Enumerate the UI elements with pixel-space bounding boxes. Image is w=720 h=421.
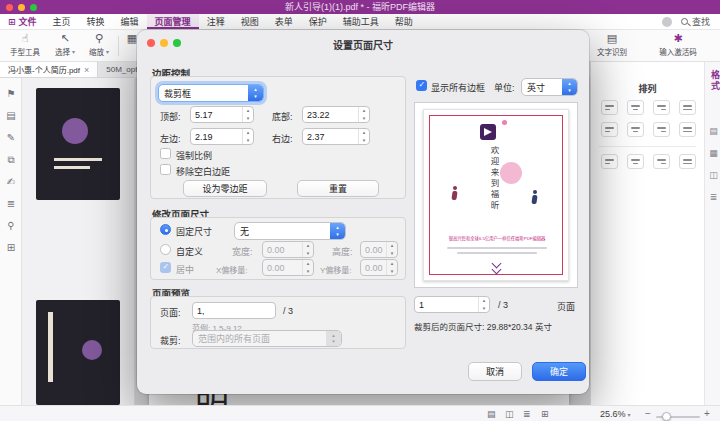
select-tool-button[interactable]: ↖ 选择▾ (50, 32, 80, 57)
zoom-tool-button[interactable]: ⚲ 缩放▾ (84, 32, 114, 57)
menu-view[interactable]: 视图 (233, 14, 267, 29)
page-thumbnail-1[interactable] (36, 88, 120, 200)
ok-button[interactable]: 确定 (532, 362, 586, 381)
chevron-down-icon: ▾ (72, 48, 75, 55)
select-tool-label: 选择 (55, 46, 70, 57)
width-value: 0.00 (267, 245, 285, 255)
menu-convert[interactable]: 转换 (79, 14, 113, 29)
page-range-input[interactable]: 1, (192, 302, 276, 319)
document-tab-label: 冯小惠-个人简历.pdf (8, 64, 80, 75)
format-panel-tab[interactable]: 格式 (709, 70, 720, 92)
thumbnails-panel (22, 78, 135, 405)
bottom-margin-label: 底部: (272, 110, 293, 123)
height-label: 高度: (332, 245, 353, 258)
custom-size-radio[interactable] (160, 244, 171, 255)
align-top-button[interactable] (601, 122, 618, 137)
menu-edit[interactable]: 编辑 (113, 14, 147, 29)
menu-protect[interactable]: 保护 (301, 14, 335, 29)
menu-page-management[interactable]: 页面管理 (147, 14, 199, 29)
zoom-in-button[interactable]: + (704, 408, 710, 419)
center-label: 居中 (176, 263, 194, 276)
stepper-arrows-icon (302, 242, 313, 257)
page-thumbnail-2[interactable] (36, 300, 120, 405)
remove-white-margins-label: 移除空白边距 (176, 165, 230, 178)
menu-file[interactable]: ⊞ 文件 (0, 14, 45, 29)
zoom-slider-knob[interactable] (662, 412, 671, 421)
align-right-button[interactable] (653, 100, 670, 115)
unit-dropdown[interactable]: 英寸 (521, 78, 578, 96)
menu-home[interactable]: 主页 (45, 14, 79, 29)
stepper-arrows-icon[interactable] (242, 129, 253, 144)
distribute-button[interactable] (679, 122, 696, 137)
zoom-out-button[interactable]: − (645, 408, 651, 419)
size-match-button[interactable] (653, 154, 670, 169)
activation-code-button[interactable]: ✱ 输入激活码 (644, 32, 712, 57)
zoom-tool-label: 缩放 (89, 46, 104, 57)
preview-tagline-text: 很高兴您和全球6.5亿用户一样信任福昕PDF编辑器 (447, 235, 548, 241)
unit-value: 英寸 (527, 81, 545, 94)
menu-accessibility[interactable]: 辅助工具 (335, 14, 387, 29)
menu-comment[interactable]: 注释 (199, 14, 233, 29)
grid-view-icon[interactable]: ⊞ (541, 409, 549, 419)
align-center-button[interactable] (627, 100, 644, 115)
constrain-proportions-checkbox[interactable] (160, 148, 171, 159)
distribute-v-button[interactable] (627, 154, 644, 169)
search-label: 查找 (692, 15, 710, 28)
signatures-panel-icon[interactable]: ✍ (0, 176, 22, 187)
stepper-arrows-icon[interactable] (358, 107, 369, 122)
remove-white-margins-checkbox[interactable] (160, 164, 171, 175)
align-justify-button[interactable] (679, 100, 696, 115)
fixed-size-dropdown[interactable]: 无 (234, 222, 346, 240)
align-middle-button[interactable] (627, 122, 644, 137)
person-illustration (450, 186, 459, 201)
stepper-arrows-icon[interactable] (478, 297, 489, 312)
distribute-h-button[interactable] (601, 154, 618, 169)
thumbnails-panel-icon[interactable]: ▤ (0, 110, 22, 121)
account-avatar[interactable] (662, 17, 672, 27)
right-margin-input[interactable]: 2.37 (302, 128, 370, 145)
stepper-arrows-icon[interactable] (242, 107, 253, 122)
zoom-level-button[interactable]: 25.6% ▾ (600, 409, 631, 419)
attachments-panel-icon[interactable]: ⧉ (0, 154, 22, 166)
panel-tab-icon-2[interactable]: ▦ (705, 148, 720, 158)
fixed-size-radio[interactable] (160, 224, 171, 235)
ocr-button[interactable]: ▤ 文字识别 (588, 32, 636, 57)
file-menu-label: 文件 (19, 15, 37, 28)
document-tab-resume[interactable]: 冯小惠-个人简历.pdf × (0, 62, 98, 77)
show-borders-checkbox[interactable] (416, 80, 427, 91)
panel-tab-icon-4[interactable]: ≣ (705, 192, 720, 202)
left-margin-input[interactable]: 2.19 (190, 128, 254, 145)
menu-form[interactable]: 表单 (267, 14, 301, 29)
panel-tab-icon-3[interactable]: ◫ (705, 170, 720, 180)
stepper-arrows-icon[interactable] (358, 129, 369, 144)
panel-tab-icon-1[interactable]: ▤ (705, 126, 720, 136)
rotate-button[interactable] (679, 154, 696, 169)
preview-page-input[interactable]: 1 (414, 296, 490, 313)
bottom-margin-input[interactable]: 23.22 (302, 106, 370, 123)
search-panel-icon[interactable]: ⚲ (0, 220, 22, 231)
file-menu-icon: ⊞ (8, 17, 16, 27)
single-page-view-icon[interactable]: ▤ (487, 409, 496, 419)
align-bottom-button[interactable] (653, 122, 670, 137)
reset-button[interactable]: 重置 (297, 180, 379, 197)
page-preview[interactable]: 欢迎来到福昕 很高兴您和全球6.5亿用户一样信任福昕PDF编辑器 (423, 109, 569, 281)
layers-panel-icon[interactable]: ≣ (0, 198, 22, 209)
annotations-panel-icon[interactable]: ✎ (0, 132, 22, 143)
activation-icon: ✱ (673, 32, 682, 44)
search-button[interactable]: 查找 (681, 15, 710, 28)
hand-tool-button[interactable]: ☝ 手型工具 (4, 32, 46, 57)
panel-tabstrip: 格式 ▤ ▦ ◫ ≣ (704, 62, 720, 405)
tab-close-icon[interactable]: × (84, 65, 89, 75)
zero-margins-button[interactable]: 设为零边距 (183, 180, 267, 197)
fields-panel-icon[interactable]: ⊞ (0, 242, 22, 253)
bookmarks-panel-icon[interactable]: ⚑ (0, 88, 22, 99)
top-margin-input[interactable]: 5.17 (190, 106, 254, 123)
align-left-button[interactable] (601, 100, 618, 115)
menu-help[interactable]: 帮助 (387, 14, 421, 29)
facing-page-view-icon[interactable]: ◫ (505, 409, 514, 419)
cancel-button[interactable]: 取消 (468, 362, 522, 381)
box-mode-dropdown[interactable]: 裁剪框 (158, 84, 264, 102)
continuous-view-icon[interactable]: ≣ (523, 409, 531, 419)
center-checkbox (160, 262, 171, 273)
window-titlebar: 新人引导(1)(1).pdf * - 福昕PDF编辑器 (0, 0, 720, 14)
